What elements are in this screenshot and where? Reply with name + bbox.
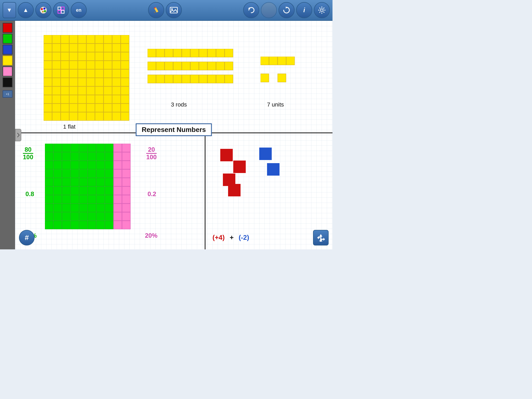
settings-btn[interactable] (314, 2, 330, 18)
svg-rect-46 (52, 52, 61, 61)
svg-rect-94 (121, 87, 129, 95)
svg-rect-142 (208, 62, 216, 70)
info-btn[interactable]: i (296, 2, 312, 18)
green-pink-grid-svg (45, 144, 131, 249)
svg-rect-170 (122, 144, 130, 152)
svg-rect-47 (61, 52, 69, 61)
blocks-btn[interactable] (53, 2, 69, 18)
svg-rect-138 (173, 62, 182, 70)
svg-rect-45 (44, 52, 52, 61)
svg-rect-87 (61, 87, 69, 95)
palette-collapse-arrow[interactable] (15, 129, 21, 141)
svg-rect-221 (45, 195, 53, 203)
svg-rect-154 (225, 75, 233, 83)
svg-rect-92 (104, 87, 112, 95)
color-red[interactable] (3, 23, 12, 33)
positive-square-1[interactable] (220, 149, 233, 161)
positive-square-2[interactable] (233, 161, 246, 173)
green-decimal-label: 0.8 (25, 190, 34, 198)
svg-rect-169 (114, 144, 122, 152)
svg-rect-133 (216, 49, 224, 57)
svg-rect-218 (105, 187, 113, 195)
svg-rect-172 (54, 152, 62, 161)
svg-rect-155 (261, 57, 269, 65)
svg-rect-137 (165, 62, 173, 70)
positive-square-4[interactable] (228, 184, 241, 196)
svg-rect-61 (95, 61, 103, 69)
svg-rect-245 (79, 212, 88, 221)
flat-grid-svg (44, 35, 129, 121)
svg-rect-229 (114, 195, 122, 203)
recycle-button[interactable] (313, 230, 329, 245)
svg-rect-74 (121, 69, 129, 78)
svg-rect-206 (88, 178, 96, 186)
svg-rect-113 (112, 104, 121, 112)
svg-rect-107 (61, 104, 69, 112)
svg-rect-177 (96, 152, 105, 161)
color-blue[interactable] (3, 45, 12, 55)
pencil-btn[interactable] (148, 2, 164, 18)
svg-rect-123 (112, 112, 121, 121)
svg-rect-219 (114, 187, 122, 195)
svg-line-22 (323, 12, 324, 13)
svg-rect-239 (114, 204, 122, 212)
svg-rect-234 (71, 204, 79, 212)
negative-label: (-2) (239, 234, 249, 241)
svg-rect-240 (122, 204, 130, 212)
svg-rect-152 (208, 75, 216, 83)
svg-rect-183 (62, 161, 70, 169)
svg-rect-176 (88, 152, 96, 161)
negative-square-1[interactable] (259, 148, 272, 160)
color-green[interactable] (3, 34, 12, 44)
svg-rect-236 (88, 204, 96, 212)
svg-point-13 (171, 8, 173, 10)
svg-rect-32 (104, 35, 112, 43)
svg-rect-235 (79, 204, 88, 212)
svg-rect-65 (44, 69, 52, 78)
svg-rect-175 (79, 152, 88, 161)
color-black[interactable] (3, 77, 12, 87)
svg-rect-194 (71, 169, 79, 178)
svg-rect-104 (121, 95, 129, 103)
multiplier-box[interactable]: ×1 (3, 90, 12, 98)
svg-rect-171 (45, 152, 53, 161)
svg-point-16 (321, 9, 323, 11)
svg-rect-59 (78, 61, 86, 69)
refresh-btn[interactable] (278, 2, 295, 18)
pos-neg-equation: (+4) + (-2) (212, 234, 249, 242)
svg-rect-238 (105, 204, 113, 212)
svg-rect-95 (44, 95, 52, 103)
svg-rect-33 (112, 35, 121, 43)
dropdown-btn[interactable]: ▼ (3, 2, 16, 18)
color-yellow[interactable] (3, 56, 12, 65)
negative-square-2[interactable] (267, 163, 280, 176)
lower-vertical-divider (205, 133, 205, 249)
svg-rect-223 (62, 195, 70, 203)
svg-rect-7 (58, 10, 61, 13)
svg-rect-5 (58, 7, 61, 10)
svg-rect-185 (79, 161, 88, 169)
svg-rect-8 (61, 10, 64, 13)
image-btn[interactable] (166, 2, 182, 18)
svg-rect-50 (87, 52, 95, 61)
svg-rect-139 (182, 62, 190, 70)
svg-rect-242 (54, 212, 62, 221)
svg-rect-216 (88, 187, 96, 195)
up-arrow-btn[interactable]: ▲ (18, 2, 34, 18)
color-pink[interactable] (3, 66, 12, 76)
svg-rect-226 (88, 195, 96, 203)
svg-rect-42 (104, 44, 112, 52)
svg-rect-195 (79, 169, 88, 178)
lang-btn[interactable]: en (71, 2, 87, 18)
undo-btn[interactable] (243, 2, 259, 18)
svg-rect-72 (104, 69, 112, 78)
svg-rect-85 (44, 87, 52, 95)
svg-rect-96 (52, 95, 61, 103)
palette-btn[interactable] (35, 2, 51, 18)
svg-rect-197 (96, 169, 105, 178)
svg-rect-255 (79, 221, 88, 229)
hash-button[interactable]: # (19, 230, 35, 245)
svg-rect-30 (87, 35, 95, 43)
svg-rect-103 (112, 95, 121, 103)
svg-rect-130 (190, 49, 199, 57)
